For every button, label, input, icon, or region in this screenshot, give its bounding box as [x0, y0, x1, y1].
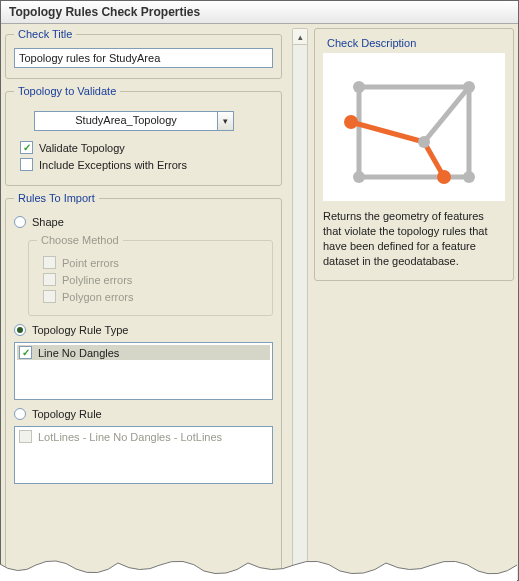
rule-type-listbox[interactable]: ✓ Line No Dangles: [14, 342, 273, 400]
dialog-title: Topology Rules Check Properties: [1, 1, 518, 24]
vertical-scrollbar[interactable]: ▴: [292, 28, 308, 576]
svg-point-6: [418, 136, 430, 148]
include-exceptions-label: Include Exceptions with Errors: [39, 159, 187, 171]
dialog-body: Check Title Topology to Validate StudyAr…: [1, 24, 518, 580]
check-icon: ✓: [23, 143, 31, 153]
check-description-text: Returns the geometry of features that vi…: [323, 209, 505, 268]
description-illustration: [323, 53, 505, 201]
polyline-errors-label: Polyline errors: [62, 274, 132, 286]
polygon-errors-checkbox: [43, 290, 56, 303]
polygon-errors-row: Polygon errors: [43, 290, 264, 303]
topology-combo-wrap: StudyArea_Topology ▾: [34, 111, 234, 131]
point-errors-label: Point errors: [62, 257, 119, 269]
svg-point-4: [463, 171, 475, 183]
rule-radio-row: Topology Rule: [14, 408, 273, 420]
topology-diagram-icon: [329, 57, 499, 197]
svg-point-2: [353, 81, 365, 93]
list-item: LotLines - Line No Dangles - LotLines: [17, 429, 270, 444]
rule-type-radio-label: Topology Rule Type: [32, 324, 128, 336]
check-title-group: Check Title: [5, 28, 282, 79]
rule-type-radio-row: Topology Rule Type: [14, 324, 273, 336]
shape-radio-label: Shape: [32, 216, 64, 228]
check-icon: ✓: [22, 348, 30, 358]
validate-topology-label: Validate Topology: [39, 142, 125, 154]
shape-radio-row: Shape: [14, 216, 273, 228]
polyline-errors-row: Polyline errors: [43, 273, 264, 286]
rule-radio-label: Topology Rule: [32, 408, 102, 420]
svg-point-3: [463, 81, 475, 93]
polyline-errors-checkbox: [43, 273, 56, 286]
svg-point-5: [353, 171, 365, 183]
shape-radio[interactable]: [14, 216, 26, 228]
chevron-down-icon[interactable]: ▾: [218, 111, 234, 131]
rule-item-label: LotLines - Line No Dangles - LotLines: [38, 431, 222, 443]
rule-listbox: LotLines - Line No Dangles - LotLines: [14, 426, 273, 484]
rule-item-checkbox: [19, 430, 32, 443]
svg-point-8: [437, 170, 451, 184]
rule-type-item-checkbox[interactable]: ✓: [19, 346, 32, 359]
check-description-group: Check Description Retu: [314, 28, 514, 281]
properties-dialog: Topology Rules Check Properties Check Ti…: [0, 0, 519, 581]
svg-point-7: [344, 115, 358, 129]
rules-import-legend: Rules To Import: [14, 192, 99, 204]
topology-validate-group: Topology to Validate StudyArea_Topology …: [5, 85, 282, 186]
svg-marker-0: [359, 87, 469, 177]
rules-import-group: Rules To Import Shape Choose Method Poin…: [5, 192, 282, 576]
rule-radio[interactable]: [14, 408, 26, 420]
choose-method-group: Choose Method Point errors Polyline erro…: [28, 234, 273, 316]
check-description-legend: Check Description: [323, 37, 420, 49]
right-column: Check Description Retu: [314, 28, 514, 576]
polygon-errors-label: Polygon errors: [62, 291, 134, 303]
validate-topology-checkbox[interactable]: ✓: [20, 141, 33, 154]
include-exceptions-checkbox[interactable]: [20, 158, 33, 171]
rule-type-radio[interactable]: [14, 324, 26, 336]
list-item[interactable]: ✓ Line No Dangles: [17, 345, 270, 360]
topology-validate-legend: Topology to Validate: [14, 85, 120, 97]
left-column: Check Title Topology to Validate StudyAr…: [5, 28, 286, 576]
check-title-legend: Check Title: [14, 28, 76, 40]
validate-topology-row: ✓ Validate Topology: [20, 141, 273, 154]
point-errors-row: Point errors: [43, 256, 264, 269]
choose-method-legend: Choose Method: [37, 234, 123, 246]
check-title-input[interactable]: [14, 48, 273, 68]
svg-line-1: [424, 87, 469, 142]
rule-type-item-label: Line No Dangles: [38, 347, 119, 359]
scroll-up-icon[interactable]: ▴: [293, 29, 307, 45]
topology-select[interactable]: StudyArea_Topology: [34, 111, 218, 131]
include-exceptions-row: Include Exceptions with Errors: [20, 158, 273, 171]
point-errors-checkbox: [43, 256, 56, 269]
